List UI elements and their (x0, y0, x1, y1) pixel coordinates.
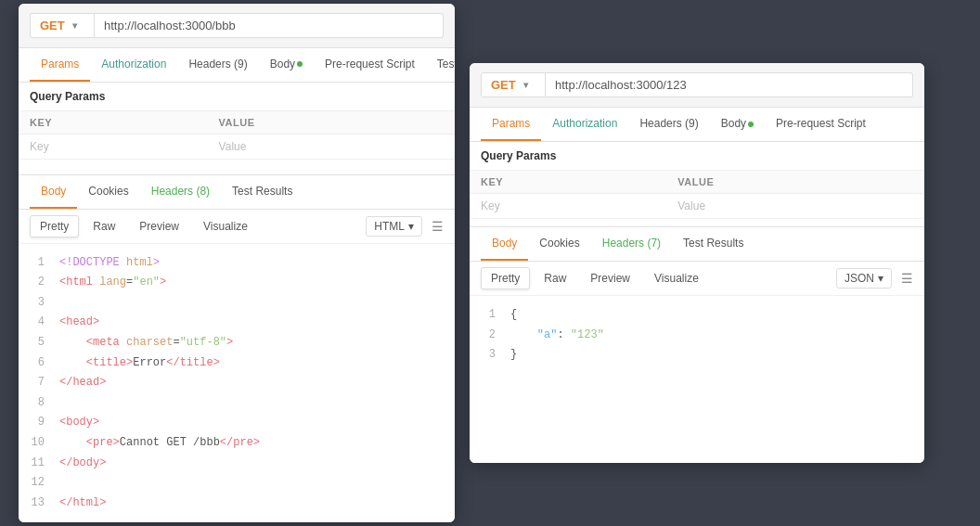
json-line-3: 3 } (481, 345, 913, 366)
right-params-table: KEY VALUE Key Value (470, 171, 924, 219)
left-url-input[interactable] (95, 13, 444, 38)
left-value-cell[interactable]: Value (208, 134, 455, 159)
right-value-column-header: VALUE (666, 171, 924, 194)
right-tabs-row: Params Authorization Headers (9) Body Pr… (470, 108, 924, 142)
right-key-column-header: KEY (470, 171, 666, 194)
left-format-preview[interactable]: Preview (129, 215, 189, 237)
right-tab-body[interactable]: Body (710, 108, 765, 141)
left-format-chevron-icon: ▾ (408, 220, 414, 233)
code-line-4: 4 <head> (30, 313, 444, 333)
right-format-pretty[interactable]: Pretty (481, 267, 530, 289)
right-tab-authorization[interactable]: Authorization (541, 108, 628, 141)
left-resp-tab-cookies[interactable]: Cookies (77, 175, 139, 209)
right-tab-prerequest[interactable]: Pre-request Script (765, 108, 877, 141)
left-method-label: GET (40, 19, 65, 32)
left-format-select[interactable]: HTML ▾ (366, 216, 422, 237)
right-url-input[interactable] (546, 72, 913, 97)
left-format-visualize[interactable]: Visualize (193, 215, 258, 237)
code-line-3: 3 (30, 293, 444, 314)
right-value-cell[interactable]: Value (666, 194, 924, 219)
left-key-column-header: KEY (19, 111, 208, 135)
code-line-9: 9 <body> (30, 413, 444, 433)
left-format-raw[interactable]: Raw (83, 215, 125, 237)
code-line-12: 12 (30, 473, 444, 494)
code-line-2: 2 <html lang="en"> (30, 273, 444, 293)
left-code-area: 1 <!DOCTYPE html> 2 <html lang="en"> 3 4… (19, 244, 455, 523)
left-resp-tab-testresults[interactable]: Test Results (221, 175, 303, 209)
right-resp-tab-body[interactable]: Body (481, 227, 528, 261)
left-response-tabs-row: Body Cookies Headers (8) Test Results (19, 174, 455, 210)
right-format-visualize[interactable]: Visualize (644, 267, 709, 289)
left-tab-headers[interactable]: Headers (9) (177, 48, 258, 82)
left-method-select[interactable]: GET ▾ (30, 13, 95, 38)
left-request-panel: GET ▾ Params Authorization Headers (9) B… (19, 4, 455, 523)
code-line-10: 10 <pre>Cannot GET /bbb</pre> (30, 433, 444, 454)
left-format-row: Pretty Raw Preview Visualize HTML ▾ ☰ (19, 210, 455, 244)
right-resp-tab-cookies[interactable]: Cookies (528, 227, 590, 261)
right-format-preview[interactable]: Preview (580, 267, 640, 289)
left-url-bar: GET ▾ (19, 4, 455, 48)
right-method-label: GET (491, 78, 516, 92)
left-format-pretty[interactable]: Pretty (30, 215, 79, 237)
left-tab-params[interactable]: Params (30, 48, 90, 82)
left-resp-tab-headers[interactable]: Headers (8) (140, 175, 221, 209)
right-method-chevron-icon: ▾ (523, 80, 528, 90)
right-tab-headers[interactable]: Headers (9) (628, 108, 709, 141)
left-tab-body[interactable]: Body (259, 48, 314, 82)
left-params-table: KEY VALUE Key Value (19, 111, 455, 160)
left-value-column-header: VALUE (208, 111, 455, 135)
left-tab-prerequest[interactable]: Pre-request Script (314, 48, 426, 82)
right-filter-icon[interactable]: ☰ (901, 271, 913, 286)
right-format-type-label: JSON (845, 272, 874, 285)
code-line-8: 8 (30, 393, 444, 414)
right-tab-params[interactable]: Params (481, 108, 541, 141)
code-line-11: 11 </body> (30, 454, 444, 474)
left-tab-tests[interactable]: Tests (426, 48, 455, 82)
right-format-select[interactable]: JSON ▾ (836, 268, 892, 289)
right-response-tabs-row: Body Cookies Headers (7) Test Results (470, 226, 924, 262)
right-key-cell[interactable]: Key (470, 194, 666, 219)
right-params-row: Key Value (470, 194, 924, 219)
left-key-cell[interactable]: Key (19, 134, 208, 159)
right-format-raw[interactable]: Raw (534, 267, 576, 289)
json-line-2: 2 "a": "123" (481, 326, 913, 346)
code-line-5: 5 <meta charset="utf-8"> (30, 333, 444, 353)
left-params-row: Key Value (19, 134, 455, 159)
left-filter-icon[interactable]: ☰ (432, 219, 444, 234)
right-resp-tab-headers[interactable]: Headers (7) (591, 227, 672, 261)
left-format-type-label: HTML (374, 220, 405, 233)
left-tab-authorization[interactable]: Authorization (90, 48, 177, 82)
code-line-6: 6 <title>Error</title> (30, 353, 444, 374)
right-format-chevron-icon: ▾ (878, 272, 883, 285)
left-query-params-label: Query Params (19, 83, 455, 111)
right-code-area: 1 { 2 "a": "123" 3 } (470, 296, 924, 463)
right-body-dot-icon (748, 122, 754, 127)
code-line-13: 13 </html> (30, 494, 444, 514)
right-request-panel: GET ▾ Params Authorization Headers (9) B… (470, 63, 924, 463)
json-line-1: 1 { (481, 305, 913, 326)
right-format-row: Pretty Raw Preview Visualize JSON ▾ ☰ (470, 262, 924, 296)
right-method-select[interactable]: GET ▾ (481, 72, 546, 97)
right-query-params-label: Query Params (470, 142, 924, 171)
left-tabs-row: Params Authorization Headers (9) Body Pr… (19, 48, 455, 83)
left-resp-tab-body[interactable]: Body (30, 175, 77, 209)
right-resp-tab-testresults[interactable]: Test Results (672, 227, 754, 261)
code-line-7: 7 </head> (30, 373, 444, 393)
code-line-1: 1 <!DOCTYPE html> (30, 253, 444, 274)
left-method-chevron-icon: ▾ (72, 20, 77, 31)
left-body-dot-icon (297, 61, 303, 67)
right-url-bar: GET ▾ (470, 63, 924, 108)
